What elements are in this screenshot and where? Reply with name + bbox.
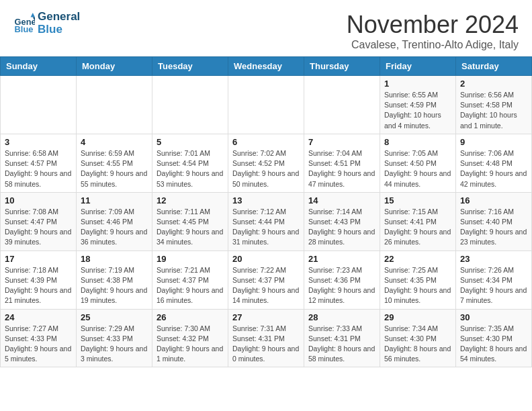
day-number: 27 <box>232 312 300 322</box>
day-info: Sunrise: 7:27 AM Sunset: 4:33 PM Dayligh… <box>5 324 72 365</box>
logo: General Blue General Blue <box>13 11 80 36</box>
calendar-cell: 12Sunrise: 7:11 AM Sunset: 4:45 PM Dayli… <box>152 192 228 250</box>
day-number: 5 <box>157 137 224 147</box>
day-number: 21 <box>308 254 375 264</box>
day-info: Sunrise: 7:23 AM Sunset: 4:36 PM Dayligh… <box>308 265 375 306</box>
calendar-cell: 2Sunrise: 6:56 AM Sunset: 4:58 PM Daylig… <box>456 76 532 134</box>
calendar-cell: 19Sunrise: 7:21 AM Sunset: 4:37 PM Dayli… <box>152 250 228 309</box>
day-info: Sunrise: 7:30 AM Sunset: 4:32 PM Dayligh… <box>157 324 224 365</box>
day-info: Sunrise: 7:12 AM Sunset: 4:44 PM Dayligh… <box>232 207 300 248</box>
col-header-friday: Friday <box>380 57 456 76</box>
calendar: SundayMondayTuesdayWednesdayThursdayFrid… <box>0 56 532 367</box>
location: Cavalese, Trentino-Alto Adige, Italy <box>347 39 519 51</box>
day-number: 13 <box>232 195 300 205</box>
day-number: 10 <box>5 195 72 205</box>
day-number: 7 <box>308 137 375 147</box>
day-info: Sunrise: 7:21 AM Sunset: 4:37 PM Dayligh… <box>157 265 224 306</box>
day-number: 20 <box>232 254 300 264</box>
calendar-week-3: 10Sunrise: 7:08 AM Sunset: 4:47 PM Dayli… <box>1 192 532 250</box>
day-number: 12 <box>157 195 224 205</box>
day-number: 19 <box>157 254 224 264</box>
calendar-cell: 17Sunrise: 7:18 AM Sunset: 4:39 PM Dayli… <box>1 250 77 309</box>
day-info: Sunrise: 7:06 AM Sunset: 4:48 PM Dayligh… <box>460 148 527 189</box>
day-info: Sunrise: 7:19 AM Sunset: 4:38 PM Dayligh… <box>81 265 148 306</box>
calendar-cell <box>304 76 380 134</box>
day-number: 18 <box>81 254 148 264</box>
day-info: Sunrise: 7:01 AM Sunset: 4:54 PM Dayligh… <box>157 148 224 189</box>
day-info: Sunrise: 7:02 AM Sunset: 4:52 PM Dayligh… <box>232 148 300 189</box>
day-info: Sunrise: 7:22 AM Sunset: 4:37 PM Dayligh… <box>232 265 300 306</box>
calendar-cell: 10Sunrise: 7:08 AM Sunset: 4:47 PM Dayli… <box>1 192 77 250</box>
calendar-week-1: 1Sunrise: 6:55 AM Sunset: 4:59 PM Daylig… <box>1 76 532 134</box>
day-info: Sunrise: 7:18 AM Sunset: 4:39 PM Dayligh… <box>5 265 72 306</box>
title-area: November 2024 Cavalese, Trentino-Alto Ad… <box>347 11 519 51</box>
logo-line2: Blue <box>38 24 80 36</box>
logo-line1: General <box>38 11 80 24</box>
month-title: November 2024 <box>347 11 519 39</box>
day-number: 1 <box>384 79 451 89</box>
calendar-cell: 16Sunrise: 7:16 AM Sunset: 4:40 PM Dayli… <box>456 192 532 250</box>
calendar-week-2: 3Sunrise: 6:58 AM Sunset: 4:57 PM Daylig… <box>1 134 532 192</box>
calendar-cell: 14Sunrise: 7:14 AM Sunset: 4:43 PM Dayli… <box>304 192 380 250</box>
calendar-cell: 7Sunrise: 7:04 AM Sunset: 4:51 PM Daylig… <box>304 134 380 192</box>
day-info: Sunrise: 7:26 AM Sunset: 4:34 PM Dayligh… <box>460 265 527 306</box>
calendar-cell: 21Sunrise: 7:23 AM Sunset: 4:36 PM Dayli… <box>304 250 380 309</box>
calendar-week-4: 17Sunrise: 7:18 AM Sunset: 4:39 PM Dayli… <box>1 250 532 309</box>
day-info: Sunrise: 6:59 AM Sunset: 4:55 PM Dayligh… <box>81 148 148 189</box>
calendar-cell: 9Sunrise: 7:06 AM Sunset: 4:48 PM Daylig… <box>456 134 532 192</box>
calendar-cell: 18Sunrise: 7:19 AM Sunset: 4:38 PM Dayli… <box>77 250 152 309</box>
calendar-cell: 20Sunrise: 7:22 AM Sunset: 4:37 PM Dayli… <box>228 250 304 309</box>
svg-text:Blue: Blue <box>15 24 34 34</box>
day-info: Sunrise: 7:04 AM Sunset: 4:51 PM Dayligh… <box>308 148 375 189</box>
calendar-cell: 28Sunrise: 7:33 AM Sunset: 4:31 PM Dayli… <box>304 309 380 367</box>
svg-marker-2 <box>31 13 35 17</box>
calendar-cell: 13Sunrise: 7:12 AM Sunset: 4:44 PM Dayli… <box>228 192 304 250</box>
day-info: Sunrise: 7:15 AM Sunset: 4:41 PM Dayligh… <box>384 207 451 248</box>
calendar-cell <box>1 76 77 134</box>
day-number: 15 <box>384 195 451 205</box>
calendar-cell: 27Sunrise: 7:31 AM Sunset: 4:31 PM Dayli… <box>228 309 304 367</box>
calendar-cell: 24Sunrise: 7:27 AM Sunset: 4:33 PM Dayli… <box>1 309 77 367</box>
day-info: Sunrise: 6:56 AM Sunset: 4:58 PM Dayligh… <box>460 90 527 131</box>
col-header-saturday: Saturday <box>456 57 532 76</box>
calendar-cell: 8Sunrise: 7:05 AM Sunset: 4:50 PM Daylig… <box>380 134 456 192</box>
calendar-cell <box>228 76 304 134</box>
day-info: Sunrise: 7:29 AM Sunset: 4:33 PM Dayligh… <box>81 324 148 365</box>
day-number: 29 <box>384 312 451 322</box>
calendar-cell <box>77 76 152 134</box>
calendar-cell: 23Sunrise: 7:26 AM Sunset: 4:34 PM Dayli… <box>456 250 532 309</box>
calendar-cell: 6Sunrise: 7:02 AM Sunset: 4:52 PM Daylig… <box>228 134 304 192</box>
calendar-cell <box>152 76 228 134</box>
calendar-cell: 30Sunrise: 7:35 AM Sunset: 4:30 PM Dayli… <box>456 309 532 367</box>
calendar-cell: 11Sunrise: 7:09 AM Sunset: 4:46 PM Dayli… <box>77 192 152 250</box>
day-info: Sunrise: 7:11 AM Sunset: 4:45 PM Dayligh… <box>157 207 224 248</box>
calendar-header-row: SundayMondayTuesdayWednesdayThursdayFrid… <box>1 57 532 76</box>
day-info: Sunrise: 7:31 AM Sunset: 4:31 PM Dayligh… <box>232 324 300 365</box>
day-info: Sunrise: 6:55 AM Sunset: 4:59 PM Dayligh… <box>384 90 451 131</box>
col-header-monday: Monday <box>77 57 152 76</box>
day-number: 9 <box>460 137 527 147</box>
col-header-tuesday: Tuesday <box>152 57 228 76</box>
col-header-thursday: Thursday <box>304 57 380 76</box>
day-info: Sunrise: 7:08 AM Sunset: 4:47 PM Dayligh… <box>5 207 72 248</box>
day-number: 28 <box>308 312 375 322</box>
day-number: 17 <box>5 254 72 264</box>
day-number: 24 <box>5 312 72 322</box>
day-number: 30 <box>460 312 527 322</box>
day-info: Sunrise: 7:34 AM Sunset: 4:30 PM Dayligh… <box>384 324 451 365</box>
calendar-cell: 4Sunrise: 6:59 AM Sunset: 4:55 PM Daylig… <box>77 134 152 192</box>
day-number: 6 <box>232 137 300 147</box>
day-number: 16 <box>460 195 527 205</box>
day-info: Sunrise: 6:58 AM Sunset: 4:57 PM Dayligh… <box>5 148 72 189</box>
day-number: 8 <box>384 137 451 147</box>
calendar-cell: 5Sunrise: 7:01 AM Sunset: 4:54 PM Daylig… <box>152 134 228 192</box>
col-header-sunday: Sunday <box>1 57 77 76</box>
calendar-cell: 29Sunrise: 7:34 AM Sunset: 4:30 PM Dayli… <box>380 309 456 367</box>
day-number: 22 <box>384 254 451 264</box>
day-number: 2 <box>460 79 527 89</box>
day-info: Sunrise: 7:25 AM Sunset: 4:35 PM Dayligh… <box>384 265 451 306</box>
day-number: 23 <box>460 254 527 264</box>
page-header: General Blue General Blue November 2024 … <box>0 0 532 56</box>
calendar-cell: 22Sunrise: 7:25 AM Sunset: 4:35 PM Dayli… <box>380 250 456 309</box>
day-number: 14 <box>308 195 375 205</box>
